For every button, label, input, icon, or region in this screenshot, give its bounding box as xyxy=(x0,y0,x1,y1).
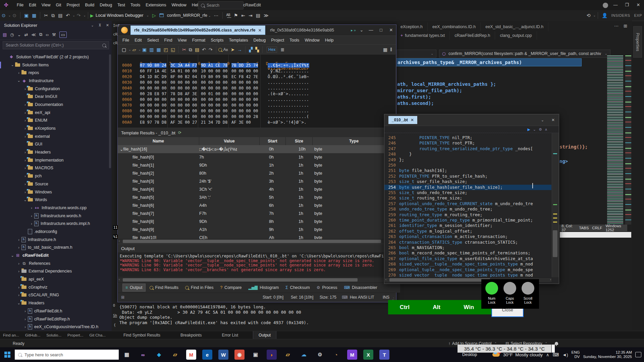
split-window-icon[interactable]: ⊞ xyxy=(624,23,627,28)
solution-explorer-search[interactable]: Search Solution Explorer (Ctrl+;) xyxy=(3,41,109,49)
tree-item-cgraphviz[interactable]: ›cGraphviz xyxy=(0,283,108,291)
find-icon[interactable] xyxy=(218,48,222,52)
copy-icon[interactable]: ⧉ xyxy=(39,32,42,37)
bookmark-list-icon[interactable]: ▤ xyxy=(256,13,260,18)
hex-menu-window[interactable]: Window xyxy=(302,38,322,43)
copy-icon[interactable]: ⧉ xyxy=(189,47,192,53)
notifications-bell-icon[interactable] xyxy=(555,342,558,345)
tree-item-implementation[interactable]: ›Implementation xyxy=(0,156,108,164)
template-row-file-hash-6-[interactable]: file_hash[6]A4h6h1hbyte xyxy=(118,201,395,209)
code-line-260[interactable]: 260time_point_duration_rep_type m_primor… xyxy=(384,218,551,223)
hex-row-0030[interactable]: 003000 00 00 0000 00 00 0000 00 00 0000 … xyxy=(118,80,395,86)
minimize-button[interactable]: — xyxy=(366,25,376,35)
code-line-255[interactable]: 255size_t undo_redo_tree_size; xyxy=(384,190,551,195)
bookmark-next-icon[interactable]: ⇥ xyxy=(249,13,253,18)
code-line-248[interactable]: 248 } xyxy=(384,152,551,157)
collapse-arrow-icon[interactable]: ⌄ xyxy=(10,253,15,258)
bottom-tab-error-list[interactable]: Error List xyxy=(216,331,244,339)
gear-icon[interactable]: ⚙ xyxy=(539,127,542,132)
code-line-265[interactable]: 265bool m_NAVIGATION; xyxy=(384,245,551,250)
code-line-251[interactable]: 251byte file_hash[16]; xyxy=(384,168,551,173)
taskbar-app-settings-icon[interactable]: ⚙ xyxy=(315,350,325,360)
pause-icon[interactable]: ‖ xyxy=(390,47,392,52)
expand-arrow-icon[interactable]: › xyxy=(16,238,21,242)
taskbar-app-excel-icon[interactable]: X xyxy=(363,350,373,360)
panel-tab-propert[interactable]: Propert... xyxy=(64,333,86,337)
tree-item-cscalar-rng[interactable]: ›cSCALAR_RNG xyxy=(0,291,108,299)
column-header-name[interactable]: Name xyxy=(118,137,199,145)
hex-file-tab-active[interactable]: rfe_0x25fea650ef69db1b499ae00e852ed906.c… xyxy=(130,25,265,35)
panel-tab-gitcha[interactable]: Git Cha... xyxy=(86,333,109,337)
template-row-file-hash-9-[interactable]: file_hash[9]A1h9h1hbyte xyxy=(118,226,395,234)
type-dropdown[interactable]: ⌄ xyxy=(397,50,436,58)
hex-row-0080[interactable]: 008000 00 00 0000 00 00 0000 00 00 0000 … xyxy=(118,109,395,114)
template-row-file-hash-0-[interactable]: file_hash[0]7h0h1hbyte xyxy=(118,153,395,161)
template-results-header[interactable]: Template Results - _010_.bt ⟳ xyxy=(118,128,399,137)
tree-scrollbar[interactable] xyxy=(109,54,111,168)
hex-panel-tab-process[interactable]: ⚙Process xyxy=(314,284,340,291)
code-line-245[interactable]: 245 POINTER_TYPE nil_PTR; xyxy=(384,135,551,140)
expand-arrow-icon[interactable]: › xyxy=(16,261,21,265)
scroll-up-icon[interactable]: ∧ xyxy=(545,127,547,132)
more-tabs-icon[interactable]: ⋯ xyxy=(614,23,619,28)
minimize-button[interactable]: — xyxy=(610,0,621,10)
open-file-icon[interactable]: ▱ xyxy=(132,47,136,52)
save-icon[interactable]: ▣ xyxy=(142,47,147,52)
editor-tab-clang-output-cpp[interactable]: clang_output.cpp xyxy=(495,31,537,40)
close-button[interactable]: ✕ xyxy=(386,25,396,35)
chevron-down-icon[interactable]: ⌄ xyxy=(538,118,547,122)
code-line-256[interactable]: 256size_t routing_tree_size; xyxy=(384,195,551,201)
bookmark-prev-icon[interactable]: ⇤ xyxy=(241,13,245,18)
column-header-size[interactable]: Size xyxy=(286,137,313,145)
hex-panel-tab-find-in-files[interactable]: Find in Files xyxy=(182,284,216,291)
code-line-268[interactable]: 268sized_vector__tuple__node_spec_time_p… xyxy=(384,261,551,267)
expand-arrow-icon[interactable]: › xyxy=(16,71,21,75)
expand-arrow-icon[interactable]: › xyxy=(16,269,21,273)
refresh-icon[interactable]: ⟳ xyxy=(178,130,181,135)
code-line-249[interactable]: 249}; xyxy=(384,157,551,163)
code-line-258[interactable]: 258undo_redo_tree_type m_undo_redo_tree; xyxy=(384,206,551,212)
hex-row-0040[interactable]: 004000 00 00 0000 00 00 0000 00 00 0000 … xyxy=(118,86,395,92)
tree-item-infrastructure[interactable]: ⌄◈Infrastructure xyxy=(0,77,108,85)
paste-icon[interactable]: ▤ xyxy=(195,47,199,52)
menu-item-test[interactable]: Test xyxy=(115,0,128,10)
tree-item-gui[interactable]: GUI xyxy=(0,140,108,148)
close-tab-icon[interactable]: ✕ xyxy=(411,118,414,122)
goto-icon[interactable]: ➤ xyxy=(231,47,235,52)
tree-item-external[interactable]: ›external xyxy=(0,132,108,140)
navigate-forward-icon[interactable]: ⊙ xyxy=(12,13,16,18)
tree-item-pch[interactable]: ›pch xyxy=(0,172,108,180)
properties-wrench-icon[interactable]: ⚒ xyxy=(52,32,56,37)
expand-arrow-icon[interactable]: › xyxy=(29,214,34,218)
tree-item-infrastructure-words-cpp[interactable]: ›++Infrastructure.words.cpp xyxy=(0,204,108,212)
editor-tab-fundamental-types-txt[interactable]: +fundamental types.txt xyxy=(396,31,450,40)
scroll-tabs-icon[interactable]: ▸ » xyxy=(351,28,356,33)
code-line-266[interactable]: 266bool m_record_node_spec_time_points_o… xyxy=(384,250,551,256)
weather-text[interactable]: 30°F Mostly cloudy xyxy=(503,352,543,357)
menu-item-project[interactable]: Project xyxy=(64,0,83,10)
tree-item-crawfileedit-h[interactable]: ›hcRawFileEdit.h xyxy=(0,307,108,315)
hex-menu-find[interactable]: Find xyxy=(161,38,175,43)
tree-item-exceptions[interactable]: ›eXceptions xyxy=(0,124,108,132)
language-indicator[interactable]: ENGDV xyxy=(572,350,580,359)
code-line-264[interactable]: 264ctransaction_STATICS_type ctransactio… xyxy=(384,240,551,245)
scrollbar-annotations[interactable] xyxy=(625,55,631,225)
hex-row-00A0[interactable]: 00A0E8 97 78 D8AF 3E 00 2721 34 7D D8AF … xyxy=(118,120,395,126)
hex-panel-tab-checksum[interactable]: ΣChecksum xyxy=(283,284,312,291)
hex-panel-tab-compare[interactable]: ?Compare xyxy=(217,284,244,291)
tree-item-external-dependencies[interactable]: ›External Dependencies xyxy=(0,267,108,276)
indent-icon[interactable]: ≫ xyxy=(264,13,269,18)
taskbar-app-onedrive-icon[interactable]: ☁ xyxy=(299,350,309,360)
hex-row-0010[interactable]: 001060 FF 1A 4E5A 01 00 0010 00 00 0000 … xyxy=(118,69,395,74)
taskbar-app-firefox-icon[interactable]: ◗ xyxy=(267,350,277,360)
scroll-left-icon[interactable]: ‹ xyxy=(119,278,120,281)
code-line-270[interactable]: 270sized_vector__tuple__node_spec_time_p… xyxy=(384,273,551,277)
run-config-dropdown[interactable]: confirm_MIRROR_rfe⌄ xyxy=(167,13,211,18)
code-line-262[interactable]: 262offset_type m_logical_offset; xyxy=(384,229,551,234)
hex-row-0070[interactable]: 007000 00 00 0000 00 00 0000 00 00 0000 … xyxy=(118,103,395,109)
expand-arrow-icon[interactable]: › xyxy=(22,317,28,321)
menu-item-tools[interactable]: Tools xyxy=(128,0,143,10)
close-button[interactable]: ✕ xyxy=(633,0,644,10)
template-row-file-hash-7-[interactable]: file_hash[7]F7h7h1hbyte xyxy=(118,209,395,218)
view-code-icon[interactable]: ‹› xyxy=(46,32,49,37)
